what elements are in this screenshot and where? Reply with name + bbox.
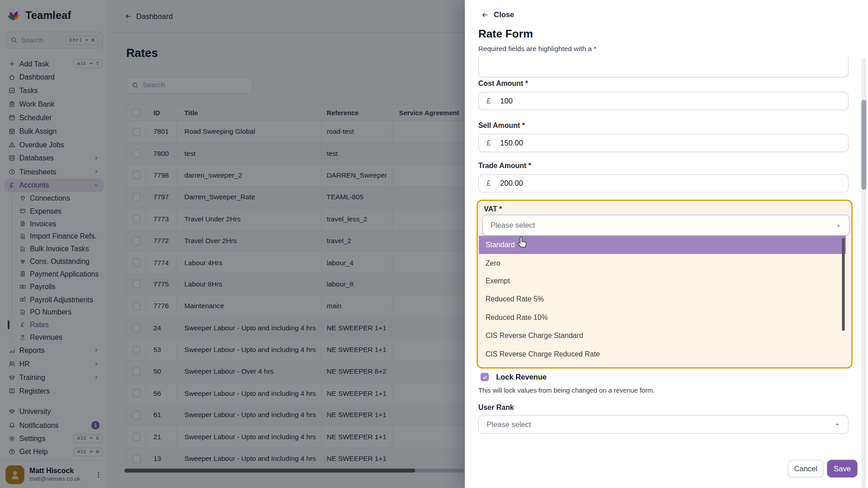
user-rank-placeholder: Please select [486,420,531,428]
panel-scrollbar-track[interactable] [861,57,866,488]
trade-amount-value: 200.00 [500,179,523,188]
vat-option[interactable]: Reduced Rate 5% [479,290,846,308]
vat-option-label: Reduced Rate 10% [486,313,548,321]
clipped-input[interactable] [478,57,849,77]
save-button[interactable]: Save [827,460,857,478]
vat-option[interactable]: CIS Reverse Charge Standard [479,326,846,344]
currency-symbol: £ [486,97,491,105]
screen: Teamleaf Search Ctrl + K Add Task Alt + … [0,0,868,488]
vat-option[interactable]: Capital Sales 15% [479,363,846,369]
vat-option-label: Zero [486,259,500,267]
vat-option[interactable]: CIS Reverse Charge Reduced Rate [479,345,846,363]
vat-label: VAT * [484,205,502,213]
lock-revenue-label: Lock Revenue [496,373,547,381]
vat-option-label: Exempt [486,277,510,285]
vat-field-container: VAT * Please select Standard Zero [476,200,852,368]
cost-amount-value: 100 [500,97,513,105]
lock-revenue-checkbox[interactable] [481,373,489,381]
currency-symbol: £ [486,179,491,188]
vat-options-list: Standard Zero Exempt Reduced Rate 5% [479,236,846,369]
cancel-button[interactable]: Cancel [788,460,824,478]
currency-symbol: £ [486,139,491,147]
vat-option[interactable]: Zero [479,254,846,272]
trade-amount-input[interactable]: £ 200.00 [478,174,849,192]
sell-amount-input[interactable]: £ 150.00 [478,134,849,152]
panel-scrollbar-thumb[interactable] [861,99,866,190]
sell-amount-value: 150.00 [500,139,523,147]
vat-select[interactable]: Please select [482,215,850,236]
vat-option-label: CIS Reverse Charge Reduced Rate [486,349,600,357]
user-rank-select[interactable]: Please select [478,415,849,434]
close-label: Close [494,10,514,19]
modal-dim-overlay [0,0,465,488]
vat-option-label: CIS Reverse Charge Standard [486,331,583,339]
caret-down-icon [834,421,840,427]
vat-option-label: Standard [486,241,515,249]
vat-option-label: Capital Sales 15% [486,368,544,369]
vat-placeholder: Please select [491,221,535,229]
panel-title: Rate Form [478,28,533,40]
vat-option[interactable]: Reduced Rate 10% [479,308,846,326]
rate-form-panel: Close Rate Form Required fields are high… [465,0,868,488]
vat-option[interactable]: Standard [479,236,846,254]
close-button[interactable]: Close [481,10,514,19]
vat-option-label: Reduced Rate 5% [486,295,544,303]
sell-amount-label: Sell Amount * [478,121,525,129]
lock-revenue-row: Lock Revenue [481,373,547,381]
form-scroll-area: Cost Amount * £ 100 Sell Amount * £ 150.… [465,57,859,454]
cost-amount-label: Cost Amount * [478,79,528,87]
cost-amount-input[interactable]: £ 100 [478,92,849,110]
lock-revenue-description: This will lock values from being changed… [478,387,655,394]
user-rank-label: User Rank [478,404,514,412]
caret-up-icon [835,222,841,228]
dropdown-scrollbar-thumb[interactable] [842,238,844,331]
back-arrow-icon [481,11,489,19]
trade-amount-label: Trade Amount * [478,162,531,170]
vat-option[interactable]: Exempt [479,272,846,290]
panel-subtitle: Required fields are highlighted with a * [478,45,596,52]
